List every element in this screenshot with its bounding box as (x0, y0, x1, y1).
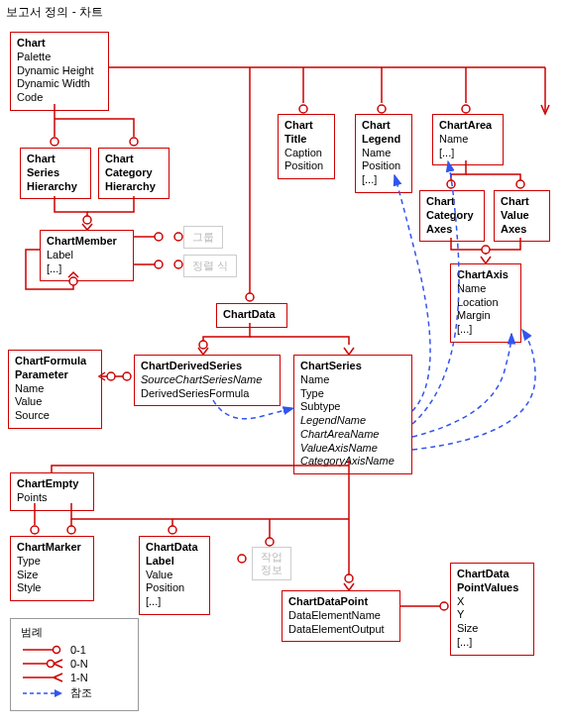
valax-l1: Chart (501, 195, 543, 209)
box-empty: ChartEmpty Points (10, 472, 94, 511)
svg-point-10 (130, 138, 138, 146)
svg-point-26 (169, 526, 176, 534)
box-val-axes: Chart Value Axes (494, 190, 550, 242)
valax-l2: Value (501, 209, 543, 223)
mk-l2: Size (17, 569, 87, 582)
se-h: ChartSeries (300, 360, 405, 373)
legend-1n-label: 1-N (70, 672, 88, 683)
dl-l2: Position (146, 581, 203, 595)
legend-row-0n: 0-N (21, 658, 128, 670)
ch-l1: Chart (105, 153, 163, 166)
box-marker: ChartMarker Type Size Style (10, 536, 94, 601)
svg-point-20 (482, 246, 490, 254)
box-chart-title: Chart Title Caption Position (278, 114, 335, 179)
svg-point-24 (31, 526, 39, 534)
ca-l2: [...] (439, 147, 497, 160)
svg-point-18 (447, 180, 455, 188)
sh-l2: Series (27, 166, 84, 180)
box-category-hierarchy: Chart Category Hierarchy (98, 148, 170, 199)
box-chart-member: ChartMember Label [...] (40, 230, 134, 281)
dv-h: ChartDerivedSeries (141, 360, 274, 373)
box-grey-group: 그룹 (183, 226, 223, 249)
cl-h1: Chart (362, 119, 405, 133)
catax-l2: Category (426, 209, 478, 223)
legend-row-ref: 참조 (21, 685, 128, 700)
box-data-point: ChartDataPoint DataElementName DataEleme… (282, 590, 400, 642)
fp-l3: Source (15, 409, 95, 423)
dp-l2: DataElementOutput (288, 623, 394, 637)
ce-l1: Points (17, 491, 87, 505)
legend-row-1n: 1-N (21, 672, 128, 683)
box-grey-work: 작업 정보 (252, 547, 291, 580)
svg-point-14 (174, 233, 182, 241)
gw-l1: 작업 (261, 551, 283, 563)
ct-h1: Chart (284, 119, 328, 133)
box-grey-sort: 정렬 식 (183, 255, 237, 277)
box-chart-data: ChartData (216, 303, 287, 328)
legend-panel: 범례 0-1 0-N 1-N 참조 (10, 618, 139, 711)
dl-l1: Value (146, 569, 203, 582)
svg-point-7 (378, 105, 386, 113)
legend-title: 범례 (21, 625, 128, 640)
cax-l3: Margin (457, 309, 514, 323)
fp-h1: ChartFormula (15, 355, 95, 368)
svg-point-30 (440, 602, 448, 610)
cl-l3: [...] (362, 173, 405, 187)
legend-row-01: 0-1 (21, 644, 128, 656)
box-chart-l2: Dynamic Height (17, 64, 102, 78)
cm-l2: [...] (47, 262, 127, 276)
pv-l4: [...] (457, 636, 527, 650)
cd-h: ChartData (223, 308, 281, 322)
box-point-values: ChartData PointValues X Y Size [...] (450, 563, 534, 656)
svg-point-23 (123, 372, 131, 380)
pv-h2: PointValues (457, 581, 527, 595)
dv-l1: SourceChartSeriesName (141, 373, 274, 387)
box-data-label: ChartData Label Value Position [...] (139, 536, 210, 615)
se-l6: ValueAxisName (300, 442, 405, 456)
box-chart: Chart Palette Dynamic Height Dynamic Wid… (10, 32, 109, 111)
box-chart-axis: ChartAxis Name Location Margin [...] (450, 263, 521, 343)
svg-point-28 (238, 555, 246, 563)
legend-ref-label: 참조 (70, 685, 92, 700)
cm-h: ChartMember (47, 235, 127, 249)
sh-l3: Hierarchy (27, 180, 84, 194)
svg-point-1 (54, 647, 60, 654)
box-chart-legend: Chart Legend Name Position [...] (355, 114, 412, 193)
fp-h2: Parameter (15, 368, 95, 382)
se-l1: Name (300, 373, 405, 387)
ct-l1: Caption (284, 147, 328, 160)
sh-l1: Chart (27, 153, 84, 166)
dl-l3: [...] (146, 595, 203, 609)
box-chart-l1: Palette (17, 51, 102, 64)
legend-0n-label: 0-N (70, 658, 88, 670)
dv-l2: DerivedSeriesFormula (141, 387, 274, 401)
svg-point-17 (246, 293, 254, 301)
box-series-hierarchy: Chart Series Hierarchy (20, 148, 91, 199)
svg-point-25 (67, 526, 75, 534)
dl-h2: Label (146, 555, 203, 569)
box-chart-l3: Dynamic Width (17, 77, 102, 91)
gw-l2: 정보 (261, 564, 283, 575)
pv-h1: ChartData (457, 568, 527, 581)
box-chart-area: ChartArea Name [...] (432, 114, 504, 165)
cl-h2: Legend (362, 133, 405, 147)
fp-l2: Value (15, 395, 95, 409)
pv-l1: X (457, 595, 527, 609)
box-formula-param: ChartFormula Parameter Name Value Source (8, 350, 102, 429)
ch-l3: Hierarchy (105, 180, 163, 194)
svg-point-29 (345, 574, 353, 582)
box-chart-l4: Code (17, 91, 102, 105)
se-l3: Subtype (300, 400, 405, 414)
ca-l1: Name (439, 133, 497, 147)
svg-point-22 (107, 372, 115, 380)
cm-l1: Label (47, 249, 127, 262)
box-chart-header: Chart (17, 37, 102, 51)
dl-h1: ChartData (146, 541, 203, 555)
cax-l2: Location (457, 296, 514, 310)
svg-point-15 (155, 260, 163, 268)
svg-point-11 (83, 216, 91, 224)
cax-l4: [...] (457, 323, 514, 337)
ct-h2: Title (284, 133, 328, 147)
svg-point-19 (516, 180, 524, 188)
pv-l3: Size (457, 622, 527, 636)
